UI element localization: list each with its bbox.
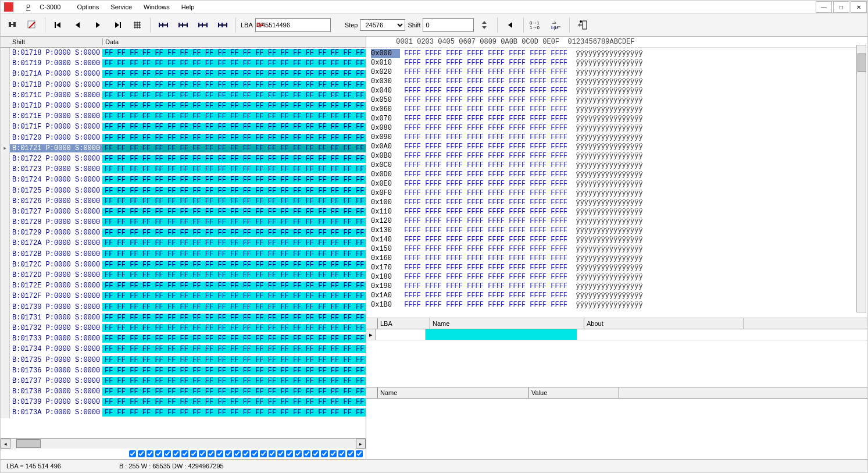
column-checkbox[interactable] bbox=[164, 450, 171, 457]
grid-row[interactable]: B:01723 P:0000 S:0000FF FF FF FF FF FF F… bbox=[1, 164, 366, 175]
byteswap-icon[interactable]: b|b bbox=[548, 17, 565, 33]
hex-row[interactable]: 0x0E0 FFFF FFFF FFFF FFFF FFFF FFFF FFFF… bbox=[371, 179, 863, 189]
nv-value-col[interactable]: Value bbox=[529, 387, 619, 398]
grid-row[interactable]: B:01726 P:0000 S:0000FF FF FF FF FF FF F… bbox=[1, 196, 366, 207]
menu-windows[interactable]: Windows bbox=[139, 2, 174, 12]
hex-row[interactable]: 0x140 FFFF FFFF FFFF FFFF FFFF FFFF FFFF… bbox=[371, 235, 863, 244]
column-checkbox[interactable] bbox=[190, 450, 197, 457]
grid-row[interactable]: B:01728 P:0000 S:0000FF FF FF FF FF FF F… bbox=[1, 217, 366, 227]
column-checkbox[interactable] bbox=[260, 450, 267, 457]
grid-hash-icon[interactable] bbox=[129, 17, 145, 33]
column-checkbox[interactable] bbox=[321, 450, 328, 457]
column-checkbox[interactable] bbox=[286, 450, 293, 457]
column-checkbox[interactable] bbox=[330, 450, 337, 457]
column-checkbox[interactable] bbox=[234, 450, 241, 457]
tool-hex2-icon[interactable] bbox=[175, 17, 191, 33]
grid-row[interactable]: B:01727 P:0000 S:0000FF FF FF FF FF FF F… bbox=[1, 207, 366, 217]
grid-row[interactable]: B:0171E P:0000 S:0000FF FF FF FF FF FF F… bbox=[1, 111, 366, 122]
column-checkbox[interactable] bbox=[277, 450, 284, 457]
updown-icon[interactable] bbox=[476, 17, 492, 33]
edit-icon[interactable] bbox=[24, 17, 40, 33]
column-checkbox[interactable] bbox=[338, 450, 345, 457]
grid-row[interactable]: B:01724 P:0000 S:0000FF FF FF FF FF FF F… bbox=[1, 175, 366, 185]
column-checkbox[interactable] bbox=[129, 450, 136, 457]
grid-row[interactable]: B:0172F P:0000 S:0000FF FF FF FF FF FF F… bbox=[1, 291, 366, 301]
menu-help[interactable]: Help bbox=[177, 2, 199, 12]
grid-row[interactable]: B:01719 P:0000 S:0000FF FF FF FF FF FF F… bbox=[1, 58, 366, 69]
first-icon[interactable] bbox=[50, 17, 66, 33]
column-checkbox[interactable] bbox=[225, 450, 232, 457]
col-shift[interactable]: Shift bbox=[10, 38, 103, 45]
column-checkbox[interactable] bbox=[173, 450, 180, 457]
hex-row[interactable]: 0x120 FFFF FFFF FFFF FFFF FFFF FFFF FFFF… bbox=[371, 216, 863, 226]
column-checkbox[interactable] bbox=[138, 450, 145, 457]
hex-row[interactable]: 0x090 FFFF FFFF FFFF FFFF FFFF FFFF FFFF… bbox=[371, 133, 863, 142]
close-button[interactable]: ✕ bbox=[851, 1, 867, 13]
column-checkbox[interactable] bbox=[312, 450, 319, 457]
column-checkbox[interactable] bbox=[181, 450, 188, 457]
grid-row[interactable]: B:01720 P:0000 S:0000FF FF FF FF FF FF F… bbox=[1, 133, 366, 143]
column-checkbox[interactable] bbox=[199, 450, 206, 457]
hex-row[interactable]: 0x160 FFFF FFFF FFFF FFFF FFFF FFFF FFFF… bbox=[371, 254, 863, 263]
grid-row[interactable]: B:0172B P:0000 S:0000FF FF FF FF FF FF F… bbox=[1, 249, 366, 259]
next-icon[interactable] bbox=[90, 17, 106, 33]
grid-row[interactable]: B:01738 P:0000 S:0000FF FF FF FF FF FF F… bbox=[1, 386, 366, 397]
grid-row[interactable]: B:01731 P:0000 S:0000FF FF FF FF FF FF F… bbox=[1, 312, 366, 323]
lba-table-row[interactable]: ▸ bbox=[366, 329, 867, 340]
grid-row[interactable]: B:0171B P:0000 S:0000FF FF FF FF FF FF F… bbox=[1, 80, 366, 90]
hex-row[interactable]: 0x0D0 FFFF FFFF FFFF FFFF FFFF FFFF FFFF… bbox=[371, 170, 863, 179]
hex-row[interactable]: 0x060 FFFF FFFF FFFF FFFF FFFF FFFF FFFF… bbox=[371, 105, 863, 114]
grid-row[interactable]: B:0171F P:0000 S:0000FF FF FF FF FF FF F… bbox=[1, 122, 366, 132]
hex-row[interactable]: 0x0B0 FFFF FFFF FFFF FFFF FFFF FFFF FFFF… bbox=[371, 151, 863, 161]
hex-row[interactable]: 0x1B0 FFFF FFFF FFFF FFFF FFFF FFFF FFFF… bbox=[371, 300, 863, 310]
hex-row[interactable]: 0x0F0 FFFF FFFF FFFF FFFF FFFF FFFF FFFF… bbox=[371, 189, 863, 198]
hex-row[interactable]: 0x190 FFFF FFFF FFFF FFFF FFFF FFFF FFFF… bbox=[371, 282, 863, 291]
hex-row[interactable]: 0x070 FFFF FFFF FFFF FFFF FFFF FFFF FFFF… bbox=[371, 114, 863, 123]
hex-row[interactable]: 0x020 FFFF FFFF FFFF FFFF FFFF FFFF FFFF… bbox=[371, 67, 863, 77]
v-scrollbar[interactable] bbox=[856, 45, 866, 312]
column-checkbox[interactable] bbox=[269, 450, 276, 457]
hex-row[interactable]: 0x170 FFFF FFFF FFFF FFFF FFFF FFFF FFFF… bbox=[371, 263, 863, 272]
column-checkbox[interactable] bbox=[155, 450, 162, 457]
grid-row[interactable]: B:0171D P:0000 S:0000FF FF FF FF FF FF F… bbox=[1, 101, 366, 111]
step-back-icon[interactable] bbox=[502, 17, 519, 33]
h-scrollbar[interactable]: ◂▸ bbox=[1, 438, 366, 449]
tool-hex1-icon[interactable] bbox=[155, 17, 172, 33]
prev-icon[interactable] bbox=[70, 17, 86, 33]
tool-hex4-icon[interactable] bbox=[215, 17, 231, 33]
grid-row[interactable]: B:01722 P:0000 S:0000FF FF FF FF FF FF F… bbox=[1, 154, 366, 164]
column-checkbox[interactable] bbox=[208, 450, 215, 457]
grid-row[interactable]: B:01718 P:0000 S:0000FF FF FF FF FF FF F… bbox=[1, 48, 366, 58]
hex-row[interactable]: 0x0C0 FFFF FFFF FFFF FFFF FFFF FFFF FFFF… bbox=[371, 161, 863, 170]
grid-body[interactable]: B:01718 P:0000 S:0000FF FF FF FF FF FF F… bbox=[1, 48, 366, 438]
column-checkbox[interactable] bbox=[347, 450, 354, 457]
nv-name-col[interactable]: Name bbox=[378, 387, 529, 398]
column-checkbox[interactable] bbox=[147, 450, 153, 457]
name-col[interactable]: Name bbox=[430, 318, 584, 329]
hex-row[interactable]: 0x050 FFFF FFFF FFFF FFFF FFFF FFFF FFFF… bbox=[371, 95, 863, 105]
col-data[interactable]: Data bbox=[103, 38, 366, 45]
tool-hex3-icon[interactable] bbox=[195, 17, 211, 33]
grid-row[interactable]: B:0172C P:0000 S:0000FF FF FF FF FF FF F… bbox=[1, 259, 366, 270]
hex-row[interactable]: 0x130 FFFF FFFF FFFF FFFF FFFF FFFF FFFF… bbox=[371, 226, 863, 235]
grid-row[interactable]: B:01730 P:0000 S:0000FF FF FF FF FF FF F… bbox=[1, 302, 366, 312]
column-checkbox[interactable] bbox=[216, 450, 223, 457]
grid-row[interactable]: B:01736 P:0000 S:0000FF FF FF FF FF FF F… bbox=[1, 365, 366, 376]
column-checkbox[interactable] bbox=[242, 450, 249, 457]
step-select[interactable]: 24576 bbox=[360, 19, 405, 31]
hex-row[interactable]: 0x040 FFFF FFFF FFFF FFFF FFFF FFFF FFFF… bbox=[371, 86, 863, 95]
grid-row[interactable]: B:01737 P:0000 S:0000FF FF FF FF FF FF F… bbox=[1, 376, 366, 386]
grid-row[interactable]: B:0172A P:0000 S:0000FF FF FF FF FF FF F… bbox=[1, 238, 366, 248]
hex-row[interactable]: 0x0A0 FFFF FFFF FFFF FFFF FFFF FFFF FFFF… bbox=[371, 142, 863, 151]
menu-options[interactable]: Options bbox=[72, 2, 103, 12]
last-icon[interactable] bbox=[109, 17, 126, 33]
grid-row[interactable]: B:01725 P:0000 S:0000FF FF FF FF FF FF F… bbox=[1, 185, 366, 195]
column-checkbox[interactable] bbox=[303, 450, 310, 457]
swap01-icon[interactable]: 0→11→0 bbox=[528, 17, 545, 33]
menu-pc3000[interactable]: PC-3000 bbox=[17, 2, 70, 12]
hex-row[interactable]: 0x1A0 FFFF FFFF FFFF FFFF FFFF FFFF FFFF… bbox=[371, 291, 863, 300]
lba-col[interactable]: LBA bbox=[378, 318, 430, 329]
grid-row[interactable]: B:01734 P:0000 S:0000FF FF FF FF FF FF F… bbox=[1, 344, 366, 354]
grid-row[interactable]: B:0171C P:0000 S:0000FF FF FF FF FF FF F… bbox=[1, 90, 366, 101]
grid-row[interactable]: B:0172D P:0000 S:0000FF FF FF FF FF FF F… bbox=[1, 270, 366, 280]
